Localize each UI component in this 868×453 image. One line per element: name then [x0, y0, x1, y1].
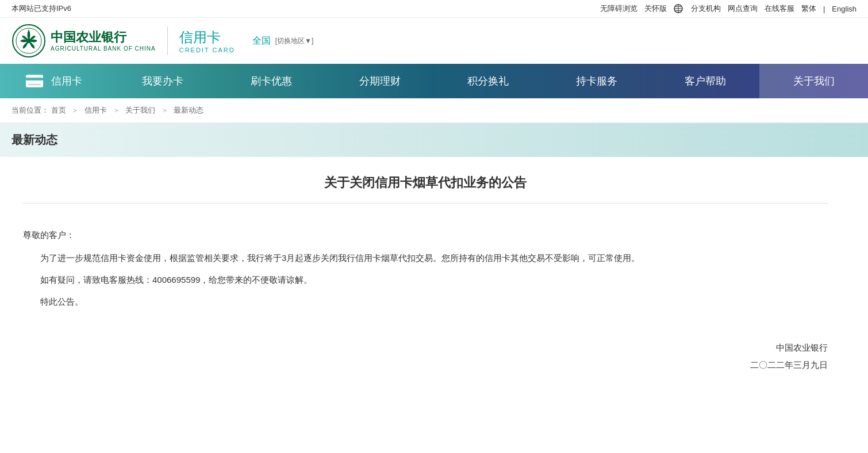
breadcrumb-sep-1: ＞	[71, 106, 79, 114]
top-bar: 本网站已支持IPv6 无障碍浏览 关怀版 分支机构 网点查询 在线客服 繁体 |…	[0, 0, 868, 18]
bank-name-en: AGRICULTURAL BANK OF CHINA	[51, 45, 156, 52]
breadcrumb: 当前位置： 首页 ＞ 信用卡 ＞ 关于我们 ＞ 最新动态	[0, 98, 868, 123]
branches-link[interactable]: 分支机构	[691, 3, 721, 14]
region-name: 全国	[252, 35, 271, 47]
nav-points[interactable]: 积分换礼	[434, 64, 543, 98]
nav-card-service-label: 持卡服务	[576, 74, 617, 88]
credit-card-area: 信用卡 CREDIT CARD	[179, 28, 235, 53]
content-area: 关于关闭信用卡烟草代扣业务的公告 尊敬的客户： 为了进一步规范信用卡资金使用，根…	[0, 157, 851, 391]
care-version-link[interactable]: 关怀版	[644, 3, 667, 14]
svg-point-5	[26, 39, 31, 43]
credit-card-nav-icon	[26, 75, 43, 87]
accessible-browsing-link[interactable]: 无障碍浏览	[600, 3, 637, 14]
nav-card-discount[interactable]: 刷卡优惠	[217, 64, 326, 98]
bank-name-cn: 中国农业银行	[51, 30, 156, 45]
nav-card-discount-label: 刷卡优惠	[251, 74, 292, 88]
breadcrumb-about[interactable]: 关于我们	[125, 106, 155, 114]
nav-apply-card[interactable]: 我要办卡	[109, 64, 217, 98]
divider: |	[823, 5, 825, 13]
footer-org: 中国农业银行	[23, 339, 828, 356]
nav-credit-card[interactable]: 信用卡	[0, 64, 109, 98]
outlet-search-link[interactable]: 网点查询	[728, 3, 758, 14]
ipv6-notice: 本网站已支持IPv6	[11, 3, 71, 14]
article-closing: 特此公告。	[23, 293, 828, 310]
breadcrumb-current: 最新动态	[174, 106, 203, 114]
section-header: 最新动态	[0, 123, 868, 157]
footer-date: 二〇二二年三月九日	[23, 356, 828, 374]
nav-help-label: 客户帮助	[685, 74, 726, 88]
nav-about[interactable]: 关于我们	[759, 64, 868, 98]
section-title: 最新动态	[11, 133, 57, 146]
logo-text: 中国农业银行 AGRICULTURAL BANK OF CHINA	[51, 30, 156, 51]
nav-about-label: 关于我们	[793, 74, 835, 88]
article-greeting: 尊敬的客户：	[23, 226, 828, 244]
nav-installment-label: 分期理财	[359, 74, 401, 88]
article-body: 尊敬的客户： 为了进一步规范信用卡资金使用，根据监管相关要求，我行将于3月起逐步…	[23, 215, 828, 322]
article-paragraph-2: 如有疑问，请致电客服热线：4006695599，给您带来的不便敬请谅解。	[23, 271, 828, 289]
breadcrumb-sep-2: ＞	[113, 106, 120, 114]
region-switch-button[interactable]: [切换地区▼]	[275, 36, 314, 46]
online-service-link[interactable]: 在线客服	[765, 3, 794, 14]
logo-divider	[167, 26, 168, 55]
nav-help[interactable]: 客户帮助	[651, 64, 760, 98]
traditional-chinese-link[interactable]: 繁体	[801, 3, 816, 14]
logo-area: 中国农业银行 AGRICULTURAL BANK OF CHINA	[11, 24, 156, 58]
globe-icon	[674, 4, 683, 13]
bank-logo-icon	[11, 24, 46, 58]
top-bar-links: 无障碍浏览 关怀版 分支机构 网点查询 在线客服 繁体 | English	[600, 3, 857, 14]
breadcrumb-credit-card[interactable]: 信用卡	[85, 106, 107, 114]
nav-points-label: 积分换礼	[467, 74, 509, 88]
nav-card-service[interactable]: 持卡服务	[543, 64, 651, 98]
article-paragraph-1: 为了进一步规范信用卡资金使用，根据监管相关要求，我行将于3月起逐步关闭我行信用卡…	[23, 249, 828, 267]
nav-credit-card-label: 信用卡	[51, 74, 82, 88]
breadcrumb-home[interactable]: 首页	[51, 106, 66, 114]
globe-icon-container	[674, 4, 684, 14]
header: 中国农业银行 AGRICULTURAL BANK OF CHINA 信用卡 CR…	[0, 18, 868, 64]
article-title: 关于关闭信用卡烟草代扣业务的公告	[23, 174, 828, 204]
article-footer: 中国农业银行 二〇二二年三月九日	[23, 339, 828, 374]
breadcrumb-prefix: 当前位置：	[11, 106, 49, 114]
nav-installment[interactable]: 分期理财	[325, 64, 434, 98]
english-link[interactable]: English	[832, 5, 857, 13]
region-area: 全国 [切换地区▼]	[252, 35, 314, 47]
nav-apply-card-label: 我要办卡	[142, 74, 183, 88]
breadcrumb-sep-3: ＞	[161, 106, 168, 114]
credit-card-en: CREDIT CARD	[179, 47, 235, 53]
main-nav: 信用卡 我要办卡 刷卡优惠 分期理财 积分换礼 持卡服务 客户帮助 关于我们	[0, 64, 868, 98]
credit-card-cn: 信用卡	[179, 28, 235, 47]
